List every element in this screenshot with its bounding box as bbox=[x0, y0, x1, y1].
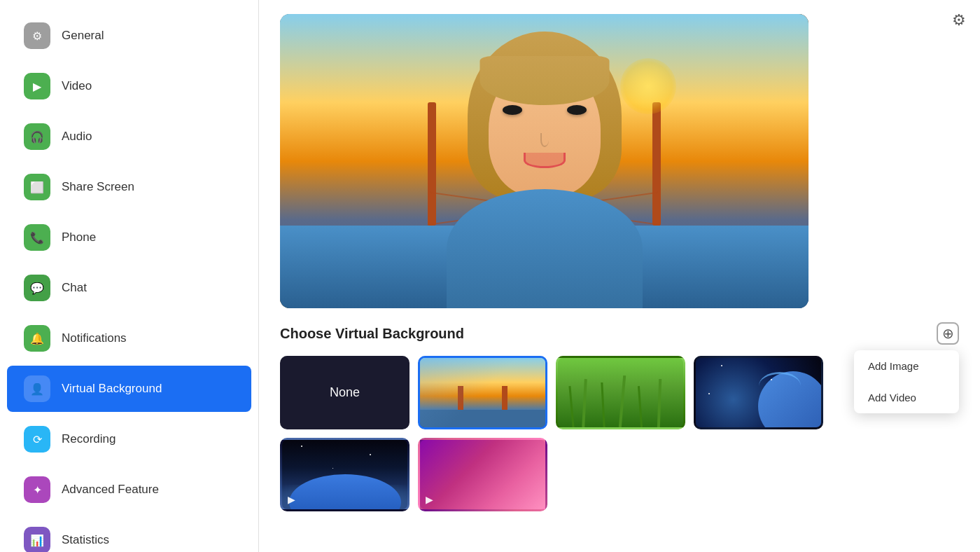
section-header: Choose Virtual Background ⊕ Add Image Ad… bbox=[280, 322, 959, 345]
thumb-bridge[interactable] bbox=[418, 356, 547, 429]
video-icon-earth: ▶ bbox=[288, 494, 295, 505]
sidebar-item-general[interactable]: ⚙General bbox=[7, 13, 251, 59]
statistics-icon: 📊 bbox=[24, 527, 50, 552]
thumb-earth[interactable]: ▶ bbox=[280, 438, 410, 511]
add-dropdown: Add Image Add Video bbox=[854, 350, 959, 413]
shirt bbox=[447, 189, 643, 308]
sidebar-label-general: General bbox=[62, 29, 104, 43]
thumb-grass[interactable] bbox=[556, 356, 685, 429]
thumbnails-row-2: ▶ ▶ bbox=[280, 438, 959, 511]
thumb-purple[interactable]: ▶ bbox=[418, 438, 547, 511]
sidebar-label-notifications: Notifications bbox=[62, 331, 127, 345]
sidebar-item-statistics[interactable]: 📊Statistics bbox=[7, 517, 251, 552]
thumb-space[interactable] bbox=[694, 356, 823, 429]
sidebar-item-virtual-background[interactable]: 👤Virtual Background bbox=[7, 366, 251, 412]
gear-button[interactable]: ⚙ bbox=[952, 11, 966, 29]
general-icon: ⚙ bbox=[24, 22, 50, 49]
add-button[interactable]: ⊕ bbox=[937, 322, 959, 345]
sidebar-item-video[interactable]: ▶Video bbox=[7, 63, 251, 109]
sidebar-label-chat: Chat bbox=[62, 281, 87, 295]
section-title: Choose Virtual Background bbox=[280, 326, 464, 342]
none-label: None bbox=[330, 385, 360, 400]
sidebar-item-recording[interactable]: ⟳Recording bbox=[7, 416, 251, 462]
add-btn-wrapper: ⊕ Add Image Add Video bbox=[937, 322, 959, 345]
preview-container bbox=[280, 14, 808, 308]
advanced-feature-icon: ✦ bbox=[24, 476, 50, 503]
sidebar-label-recording: Recording bbox=[62, 432, 116, 446]
sidebar: ⚙General▶Video🎧Audio⬜Share Screen📞Phone💬… bbox=[0, 0, 259, 552]
video-icon-purple: ▶ bbox=[426, 494, 433, 505]
eye-left bbox=[503, 105, 522, 115]
sidebar-item-phone[interactable]: 📞Phone bbox=[7, 214, 251, 261]
audio-icon: 🎧 bbox=[24, 123, 50, 150]
nose bbox=[540, 133, 549, 147]
sidebar-label-audio: Audio bbox=[62, 130, 92, 144]
add-image-item[interactable]: Add Image bbox=[854, 350, 959, 382]
eye-right bbox=[567, 105, 587, 115]
add-video-item[interactable]: Add Video bbox=[854, 382, 959, 413]
video-icon: ▶ bbox=[24, 73, 50, 99]
sidebar-label-advanced-feature: Advanced Feature bbox=[62, 483, 159, 497]
hair-bangs bbox=[479, 56, 609, 105]
recording-icon: ⟳ bbox=[24, 426, 50, 453]
thumb-none[interactable]: None bbox=[280, 356, 410, 429]
virtual-background-icon: 👤 bbox=[24, 375, 50, 402]
sidebar-label-video: Video bbox=[62, 79, 92, 93]
preview-image bbox=[280, 14, 808, 308]
sidebar-item-share-screen[interactable]: ⬜Share Screen bbox=[7, 164, 251, 210]
notifications-icon: 🔔 bbox=[24, 325, 50, 352]
person bbox=[433, 28, 657, 308]
sidebar-item-chat[interactable]: 💬Chat bbox=[7, 265, 251, 311]
sidebar-label-share-screen: Share Screen bbox=[62, 180, 134, 194]
plus-icon: ⊕ bbox=[942, 325, 954, 342]
sidebar-label-virtual-background: Virtual Background bbox=[62, 382, 162, 396]
share-screen-icon: ⬜ bbox=[24, 174, 50, 200]
sidebar-item-notifications[interactable]: 🔔Notifications bbox=[7, 315, 251, 361]
main-content: ⚙ bbox=[259, 0, 980, 552]
smile bbox=[524, 153, 566, 168]
phone-icon: 📞 bbox=[24, 224, 50, 251]
sidebar-label-phone: Phone bbox=[62, 230, 96, 244]
sidebar-item-audio[interactable]: 🎧Audio bbox=[7, 113, 251, 160]
chat-icon: 💬 bbox=[24, 275, 50, 301]
sidebar-label-statistics: Statistics bbox=[62, 533, 109, 547]
sidebar-item-advanced-feature[interactable]: ✦Advanced Feature bbox=[7, 467, 251, 513]
